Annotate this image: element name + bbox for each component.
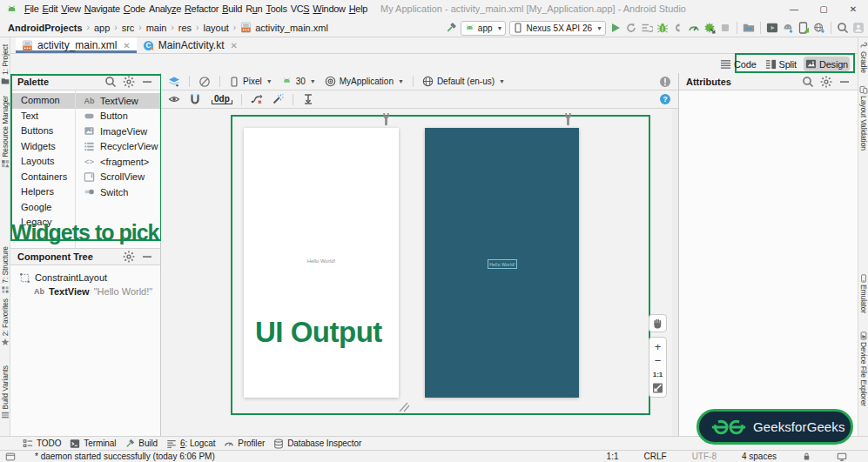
- close-tab-icon[interactable]: ✕: [231, 41, 238, 50]
- gear-icon[interactable]: [820, 76, 832, 88]
- minimize-panel-icon[interactable]: [141, 251, 153, 263]
- tool-window-gradle[interactable]: Gradle: [858, 41, 868, 73]
- menu-help[interactable]: Help: [347, 0, 369, 18]
- locale-select[interactable]: Default (en-us): [437, 77, 495, 86]
- breadcrumb-res[interactable]: res: [178, 23, 192, 33]
- apply-code-changes-icon[interactable]: [641, 22, 653, 34]
- hello-world-text[interactable]: Hello World!: [244, 258, 399, 264]
- debug-button[interactable]: [656, 22, 669, 34]
- menu-code[interactable]: Code: [122, 0, 147, 18]
- clear-constraints-icon[interactable]: [251, 93, 263, 105]
- breadcrumb-src[interactable]: src: [122, 23, 135, 33]
- indent-setting[interactable]: 4 spaces: [742, 452, 777, 461]
- view-mode-layers-icon[interactable]: [168, 76, 180, 88]
- tool-window-favorites[interactable]: 2: Favorites: [0, 298, 10, 346]
- breadcrumb-layout[interactable]: layout: [203, 23, 228, 33]
- tool-window-device-file-explorer[interactable]: Device File Explorer: [858, 331, 868, 406]
- mode-design-button[interactable]: Design: [804, 57, 850, 71]
- menu-tools[interactable]: Tools: [264, 0, 288, 18]
- run-button[interactable]: [609, 22, 622, 34]
- tool-window-profiler[interactable]: Profiler: [224, 439, 265, 449]
- close-tab-icon[interactable]: ✕: [123, 41, 130, 50]
- blueprint-preview[interactable]: Hello World!: [425, 128, 579, 398]
- tool-window-build-variants[interactable]: Build Variants: [0, 365, 10, 419]
- tool-window-emulator[interactable]: Emulator: [858, 274, 868, 313]
- device-manager-icon[interactable]: [743, 22, 755, 34]
- no-color-icon[interactable]: [198, 76, 211, 88]
- search-icon[interactable]: [802, 76, 814, 88]
- menu-analyze[interactable]: Analyze: [147, 0, 183, 18]
- avd-manager-icon[interactable]: [766, 22, 778, 34]
- sdk-manager-icon[interactable]: [782, 22, 794, 34]
- minimize-button[interactable]: —: [779, 0, 809, 18]
- pan-control[interactable]: [649, 314, 667, 332]
- api-version-select[interactable]: 30: [296, 77, 306, 86]
- tool-window-todo[interactable]: TODO: [23, 439, 61, 449]
- tool-window-database-inspector[interactable]: Database Inspector: [273, 439, 361, 449]
- menu-refactor[interactable]: Refactor: [183, 0, 220, 18]
- menu-run[interactable]: Run: [244, 0, 264, 18]
- blueprint-textview[interactable]: Hello World!: [488, 259, 517, 269]
- tool-window-resource-manager[interactable]: Resource Manager: [0, 96, 10, 168]
- tool-window-layout-validation[interactable]: Layout Validation: [858, 85, 868, 151]
- view-options-eye-icon[interactable]: [168, 93, 180, 105]
- mode-split-button[interactable]: Split: [764, 57, 798, 71]
- file-encoding[interactable]: UTF-8: [692, 452, 717, 461]
- menu-navigate[interactable]: Navigate: [83, 0, 122, 18]
- tree-node-textview[interactable]: Ab TextView "Hello World!": [10, 285, 160, 298]
- apply-changes-icon[interactable]: [625, 22, 637, 34]
- notifications-icon[interactable]: [837, 452, 847, 462]
- profile-button[interactable]: [688, 22, 700, 34]
- menu-vcs[interactable]: VCS: [289, 0, 312, 18]
- attach-debugger-icon[interactable]: [672, 22, 684, 34]
- tool-window-project[interactable]: 1: Project: [0, 44, 10, 85]
- gear-icon[interactable]: [123, 251, 135, 263]
- info-icon[interactable]: [659, 76, 671, 88]
- zoom-to-fit-icon[interactable]: [651, 382, 664, 394]
- minimize-panel-icon[interactable]: [838, 76, 851, 88]
- menu-window[interactable]: Window: [311, 0, 347, 18]
- menu-edit[interactable]: Edit: [41, 0, 60, 18]
- menu-build[interactable]: Build: [220, 0, 244, 18]
- status-message[interactable]: * daemon started successfully (today 6:0…: [35, 452, 215, 461]
- layout-inspector-icon[interactable]: [797, 22, 810, 34]
- tool-window-terminal[interactable]: Terminal: [70, 439, 116, 449]
- default-margins-select[interactable]: 0dp: [212, 94, 232, 104]
- breadcrumb-project[interactable]: AndroidProjects: [8, 23, 83, 33]
- pack-align-icon[interactable]: [302, 93, 314, 105]
- apply-changes-restart-icon[interactable]: [703, 22, 716, 34]
- maximize-button[interactable]: ▢: [809, 0, 838, 18]
- device-for-preview-select[interactable]: Pixel: [243, 77, 262, 86]
- zoom-out-button[interactable]: −: [651, 354, 664, 366]
- device-select[interactable]: Nexus 5X API 26 ▼: [509, 21, 606, 36]
- breadcrumb-file[interactable]: activity_main.xml: [255, 23, 328, 33]
- window-frame-icon[interactable]: [5, 452, 16, 462]
- autoconnect-magnet-icon[interactable]: [189, 93, 201, 105]
- tab-mainactivity-kt[interactable]: MainActivity.kt ✕: [137, 37, 244, 53]
- design-surface[interactable]: Hello World! Hello World! UI Output + −: [161, 109, 678, 436]
- theme-select[interactable]: MyApplication: [340, 77, 394, 86]
- tool-window-build[interactable]: Build: [124, 439, 158, 449]
- menu-view[interactable]: View: [59, 0, 82, 18]
- mode-code-button[interactable]: Code: [718, 57, 758, 71]
- menu-file[interactable]: File: [23, 0, 41, 18]
- run-configuration-select[interactable]: app ▼: [461, 21, 507, 36]
- tool-window-logcat[interactable]: 6: Logcat: [166, 439, 215, 449]
- help-icon[interactable]: [659, 93, 671, 105]
- design-preview[interactable]: Hello World!: [244, 128, 399, 398]
- zoom-in-button[interactable]: +: [651, 340, 664, 352]
- tree-node-constraintlayout[interactable]: ConstraintLayout: [10, 271, 160, 285]
- line-separator[interactable]: CRLF: [644, 452, 667, 461]
- infer-constraints-wand-icon[interactable]: [272, 93, 284, 105]
- lock-icon[interactable]: [802, 452, 811, 461]
- profile-avatar-icon[interactable]: [852, 22, 865, 34]
- build-hammer-icon[interactable]: [445, 22, 457, 34]
- search-everywhere-icon[interactable]: [837, 22, 849, 34]
- tool-window-structure[interactable]: 7: Structure: [0, 246, 10, 294]
- gradle-sync-icon[interactable]: [813, 22, 825, 34]
- tab-activity-main-xml[interactable]: activity_main.xml ✕: [16, 37, 137, 53]
- breadcrumb-app[interactable]: app: [94, 23, 110, 33]
- zoom-actual-button[interactable]: 1:1: [651, 368, 664, 380]
- caret-position[interactable]: 1:1: [607, 452, 619, 461]
- canvas-resize-handle[interactable]: [398, 402, 410, 412]
